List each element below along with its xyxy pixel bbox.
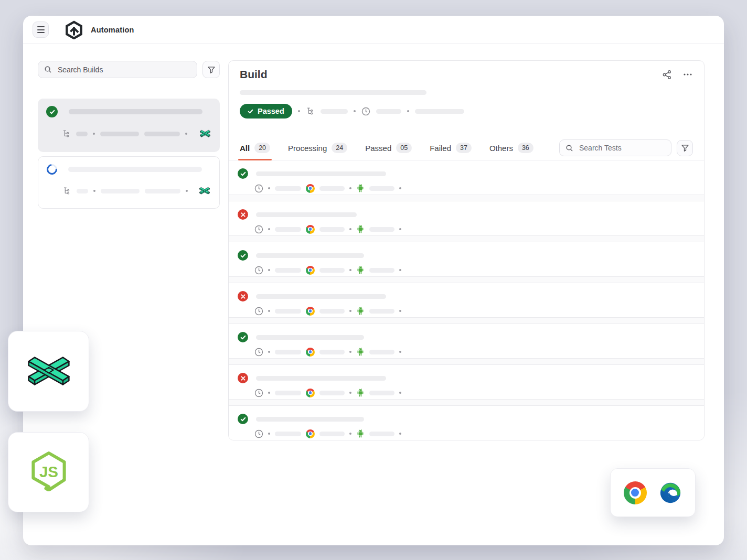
- test-row-passed[interactable]: [229, 160, 704, 195]
- skeleton-bar: [275, 227, 301, 232]
- skeleton-bar: [369, 186, 394, 191]
- android-icon: [356, 347, 365, 357]
- edge-icon: [658, 481, 682, 505]
- framework-logo-card: [8, 331, 89, 412]
- branch-tree-icon: [306, 107, 315, 116]
- skeleton-bar: [369, 268, 394, 273]
- builds-filter-button[interactable]: [202, 61, 220, 78]
- build-panel-header: Build Passed: [229, 61, 704, 136]
- test-row-passed[interactable]: [229, 242, 704, 276]
- skeleton-bar: [369, 391, 394, 395]
- test-row-failed[interactable]: [229, 365, 704, 399]
- test-row-passed[interactable]: [229, 324, 704, 358]
- search-icon: [44, 66, 52, 73]
- test-row-failed[interactable]: [229, 283, 704, 317]
- nodejs-logo-card: JS: [8, 432, 89, 512]
- skeleton-bar: [145, 189, 180, 193]
- dot-separator: [399, 187, 401, 189]
- chrome-icon: [624, 481, 647, 504]
- tab-processing[interactable]: Processing 24: [288, 136, 347, 160]
- x-framework-icon: [198, 186, 211, 196]
- build-card-passed[interactable]: [38, 99, 220, 152]
- dot-separator: [399, 228, 401, 230]
- x-mark-icon: [241, 376, 246, 381]
- clock-icon: [254, 225, 263, 234]
- clock-icon: [254, 389, 263, 397]
- x-framework-icon: [199, 129, 211, 138]
- build-card-running[interactable]: [38, 156, 220, 209]
- android-icon: [356, 429, 365, 438]
- more-options-icon[interactable]: [682, 69, 693, 80]
- skeleton-bar: [319, 268, 345, 273]
- app-logo-icon: [65, 20, 83, 39]
- tests-filter-button[interactable]: [677, 140, 693, 156]
- skeleton-bar: [369, 309, 394, 314]
- skeleton-bar: [256, 376, 386, 381]
- skeleton-bar: [275, 391, 301, 395]
- tab-others[interactable]: Others 36: [489, 136, 533, 160]
- skeleton-bar: [319, 432, 345, 436]
- skeleton-bar: [275, 309, 301, 314]
- clock-icon: [254, 429, 263, 438]
- row-separator: [229, 317, 704, 324]
- tab-all[interactable]: All 20: [240, 136, 270, 160]
- tab-count-badge: 24: [332, 143, 347, 153]
- check-icon: [49, 109, 55, 115]
- build-status-row: Passed: [240, 104, 693, 119]
- check-icon: [240, 171, 246, 177]
- dot-separator: [93, 133, 95, 135]
- branch-tree-icon: [62, 187, 71, 196]
- tab-label: All: [240, 144, 250, 153]
- search-builds-input-box[interactable]: [38, 61, 197, 78]
- skeleton-bar: [256, 417, 364, 422]
- skeleton-bar: [144, 132, 180, 136]
- top-bar: Automation: [23, 16, 724, 44]
- x-mark-icon: [241, 294, 246, 299]
- tab-label: Processing: [288, 144, 327, 153]
- clock-icon: [254, 266, 263, 275]
- search-tests-input[interactable]: [578, 143, 665, 153]
- tab-label: Failed: [430, 144, 451, 153]
- skeleton-bar: [376, 109, 401, 114]
- builds-search-row: [38, 61, 220, 78]
- dot-separator: [349, 433, 351, 435]
- page-title: Automation: [91, 26, 134, 34]
- clock-icon: [254, 348, 263, 357]
- skeleton-bar: [319, 391, 345, 395]
- browsers-card: [610, 468, 696, 517]
- share-icon[interactable]: [662, 70, 672, 80]
- skeleton-bar: [68, 167, 202, 172]
- android-icon: [356, 388, 365, 397]
- row-separator: [229, 399, 704, 406]
- test-row-passed[interactable]: [229, 406, 704, 440]
- dot-separator: [349, 310, 351, 312]
- skeleton-bar: [240, 90, 426, 95]
- hamburger-menu-button[interactable]: [33, 21, 49, 38]
- search-icon: [565, 144, 573, 152]
- search-icon: [565, 144, 573, 152]
- search-builds-input[interactable]: [57, 65, 191, 74]
- status-badge: Passed: [240, 104, 292, 119]
- clock-icon: [254, 266, 263, 275]
- skeleton-bar: [319, 350, 345, 354]
- tab-failed[interactable]: Failed 37: [430, 136, 472, 160]
- check-icon: [240, 416, 246, 422]
- chrome-icon: [306, 429, 315, 438]
- tab-passed[interactable]: Passed 05: [365, 136, 412, 160]
- build-title: Build: [240, 68, 268, 81]
- clock-icon: [254, 184, 263, 193]
- skeleton-bar: [415, 109, 464, 114]
- dot-separator: [268, 310, 270, 312]
- test-row-failed[interactable]: [229, 201, 704, 235]
- skeleton-bar: [101, 189, 140, 193]
- clock-icon: [254, 307, 263, 316]
- build-card-list: [38, 99, 220, 209]
- dot-separator: [349, 187, 351, 189]
- skeleton-bar: [369, 432, 394, 436]
- android-icon: [356, 388, 365, 397]
- failed-status-icon: [238, 291, 248, 301]
- x-framework-icon: [24, 352, 74, 391]
- search-tests-input-box[interactable]: [559, 139, 671, 156]
- android-icon: [356, 306, 365, 316]
- clock-icon: [254, 348, 263, 357]
